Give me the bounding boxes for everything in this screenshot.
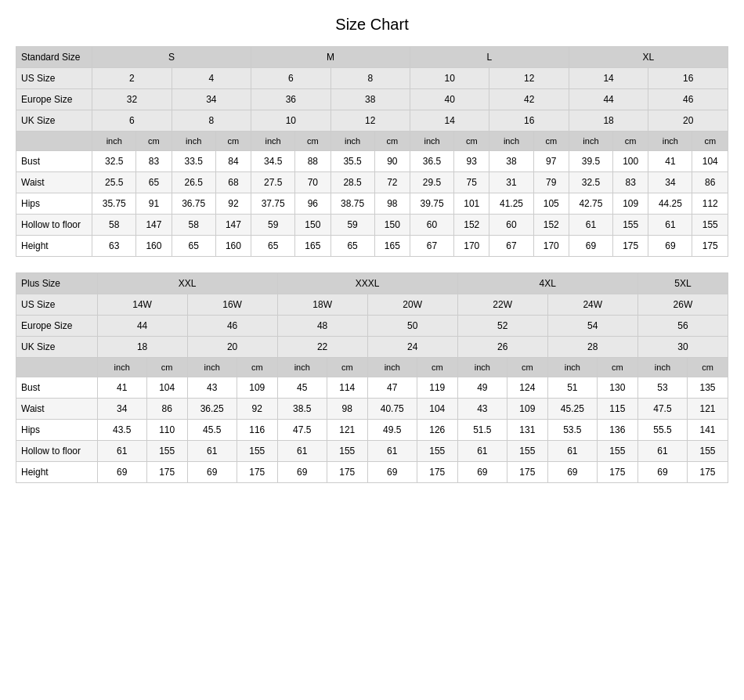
bust-xl16-inch: 41 xyxy=(648,151,692,172)
europe-size-row: Europe Size 32 34 36 38 40 42 44 46 xyxy=(16,89,728,110)
bust-m6-inch: 34.5 xyxy=(251,151,295,172)
plus-hollow-14w-cm: 155 xyxy=(146,441,187,462)
plus-uk-22: 22 xyxy=(277,337,367,358)
plus-waist-26w-inch: 47.5 xyxy=(637,399,687,420)
hips-s4-inch: 36.75 xyxy=(172,193,215,215)
hollow-m6-inch: 59 xyxy=(251,215,295,236)
plus-height-18w-cm: 175 xyxy=(327,462,367,483)
hollow-xl16-cm: 155 xyxy=(692,215,728,236)
bust-s2-inch: 32.5 xyxy=(92,151,136,172)
plus-eu-48: 48 xyxy=(277,316,367,337)
plus-unit-inch-3: inch xyxy=(277,358,327,377)
plus-uk-size-row: UK Size 18 20 22 24 26 28 30 xyxy=(16,337,728,358)
waist-s4-cm: 68 xyxy=(215,172,251,193)
plus-eu-46: 46 xyxy=(187,316,277,337)
uk-6: 6 xyxy=(92,110,172,132)
waist-l10-inch: 29.5 xyxy=(410,172,453,193)
plus-height-14w-cm: 175 xyxy=(146,462,187,483)
plus-hollow-18w-cm: 155 xyxy=(327,441,367,462)
size-xxxl-header: XXXL xyxy=(277,273,457,294)
height-s2-cm: 160 xyxy=(136,236,172,257)
waist-s2-inch: 25.5 xyxy=(92,172,136,193)
plus-waist-16w-inch: 36.25 xyxy=(187,399,237,420)
height-xl14-cm: 175 xyxy=(613,236,648,257)
hips-l10-cm: 101 xyxy=(454,193,489,215)
uk-size-row: UK Size 6 8 10 12 14 16 18 20 xyxy=(16,110,728,132)
plus-hollow-24w-inch: 61 xyxy=(547,441,597,462)
us-size-6: 6 xyxy=(251,68,330,89)
plus-bust-22w-inch: 49 xyxy=(457,377,507,399)
uk-14: 14 xyxy=(410,110,489,132)
plus-size-section: Plus Size XXL XXXL 4XL 5XL US Size 14W 1… xyxy=(16,272,728,483)
bust-m8-inch: 35.5 xyxy=(330,151,374,172)
plus-unit-cm-1: cm xyxy=(146,358,187,377)
hips-xl16-inch: 44.25 xyxy=(648,193,692,215)
unit-inch-6: inch xyxy=(489,132,533,151)
plus-hips-26w-inch: 55.5 xyxy=(637,420,687,441)
height-xl16-inch: 69 xyxy=(648,236,692,257)
plus-unit-cm-7: cm xyxy=(688,358,728,377)
hollow-xl14-cm: 155 xyxy=(613,215,648,236)
plus-hollow-22w-cm: 155 xyxy=(507,441,547,462)
height-l10-cm: 170 xyxy=(454,236,489,257)
plus-unit-inch-7: inch xyxy=(637,358,687,377)
bust-l12-inch: 38 xyxy=(489,151,533,172)
plus-bust-20w-inch: 47 xyxy=(367,377,417,399)
plus-unit-inch-2: inch xyxy=(187,358,237,377)
eu-40: 40 xyxy=(410,89,489,110)
plus-hollow-26w-inch: 61 xyxy=(637,441,687,462)
waist-xl14-cm: 83 xyxy=(613,172,648,193)
plus-height-20w-inch: 69 xyxy=(367,462,417,483)
bust-xl14-inch: 39.5 xyxy=(569,151,612,172)
plus-waist-20w-cm: 104 xyxy=(417,399,457,420)
plus-hips-24w-inch: 53.5 xyxy=(547,420,597,441)
eu-38: 38 xyxy=(330,89,410,110)
bust-xl14-cm: 100 xyxy=(613,151,648,172)
bust-m8-cm: 90 xyxy=(374,151,410,172)
plus-bust-20w-cm: 119 xyxy=(417,377,457,399)
plus-hollow-16w-cm: 155 xyxy=(237,441,277,462)
plus-hollow-26w-cm: 155 xyxy=(688,441,728,462)
size-l-header: L xyxy=(410,47,569,68)
plus-height-row: Height 69 175 69 175 69 175 69 175 69 17… xyxy=(16,462,728,483)
plus-us-18w: 18W xyxy=(277,294,367,316)
hips-m8-cm: 98 xyxy=(374,193,410,215)
plus-eu-44: 44 xyxy=(97,316,187,337)
bust-l10-cm: 93 xyxy=(454,151,489,172)
plus-unit-inch-1: inch xyxy=(97,358,146,377)
plus-waist-24w-cm: 115 xyxy=(597,399,637,420)
plus-size-header-row: Plus Size XXL XXXL 4XL 5XL xyxy=(16,273,728,294)
hollow-l10-inch: 60 xyxy=(410,215,453,236)
us-size-label: US Size xyxy=(16,68,92,89)
plus-hollow-row: Hollow to floor 61 155 61 155 61 155 61 … xyxy=(16,441,728,462)
height-m6-inch: 65 xyxy=(251,236,295,257)
plus-unit-cm-5: cm xyxy=(507,358,547,377)
us-size-14: 14 xyxy=(569,68,648,89)
plus-eu-52: 52 xyxy=(457,316,547,337)
plus-uk-18: 18 xyxy=(97,337,187,358)
plus-eu-54: 54 xyxy=(547,316,637,337)
plus-height-20w-cm: 175 xyxy=(417,462,457,483)
eu-36: 36 xyxy=(251,89,330,110)
hollow-label: Hollow to floor xyxy=(16,215,92,236)
plus-waist-20w-inch: 40.75 xyxy=(367,399,417,420)
waist-s2-cm: 65 xyxy=(136,172,172,193)
plus-bust-24w-inch: 51 xyxy=(547,377,597,399)
plus-eu-50: 50 xyxy=(367,316,457,337)
unit-cm-7: cm xyxy=(613,132,648,151)
plus-hips-20w-inch: 49.5 xyxy=(367,420,417,441)
plus-unit-inch-6: inch xyxy=(547,358,597,377)
plus-hollow-label: Hollow to floor xyxy=(16,441,98,462)
height-m8-cm: 165 xyxy=(374,236,410,257)
height-s2-inch: 63 xyxy=(92,236,136,257)
plus-height-14w-inch: 69 xyxy=(97,462,146,483)
hips-l10-inch: 39.75 xyxy=(410,193,453,215)
hips-s2-inch: 35.75 xyxy=(92,193,136,215)
plus-hips-14w-inch: 43.5 xyxy=(97,420,146,441)
bust-l10-inch: 36.5 xyxy=(410,151,453,172)
plus-bust-row: Bust 41 104 43 109 45 114 47 119 49 124 … xyxy=(16,377,728,399)
plus-hips-16w-cm: 116 xyxy=(237,420,277,441)
plus-hips-20w-cm: 126 xyxy=(417,420,457,441)
uk-20: 20 xyxy=(648,110,728,132)
us-size-8: 8 xyxy=(330,68,410,89)
